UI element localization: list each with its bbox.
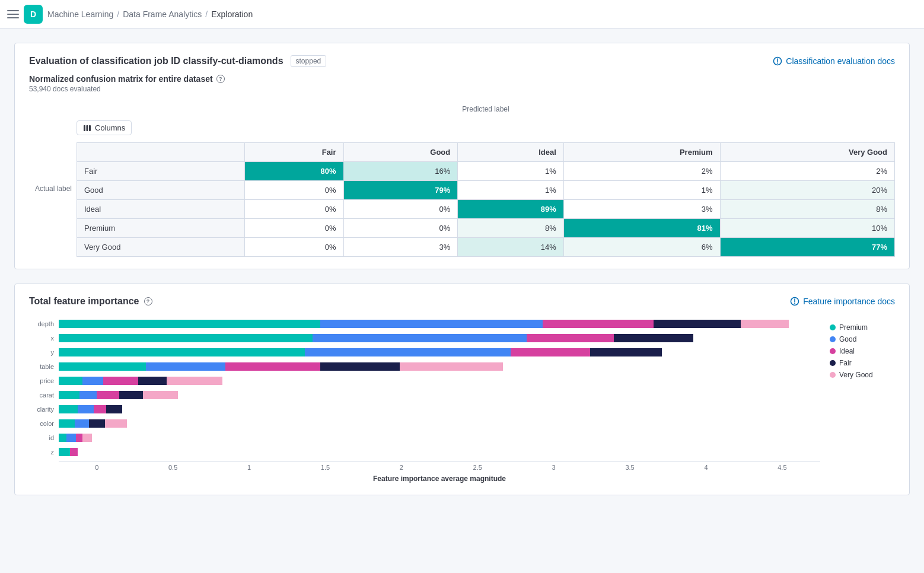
- matrix-cell: 81%: [563, 219, 720, 238]
- bar-track: [59, 391, 820, 399]
- docs-count: 53,940 docs evaluated: [29, 85, 895, 93]
- matrix-row-label: Premium: [77, 219, 245, 238]
- matrix-header-empty: [77, 143, 245, 162]
- bar-segment: [654, 320, 741, 328]
- legend-label: Fair: [839, 359, 852, 367]
- bar-segment: [70, 448, 78, 456]
- matrix-cell: 0%: [244, 219, 343, 238]
- app-logo: D: [24, 5, 43, 24]
- table-row: Very Good0%3%14%6%77%: [77, 238, 895, 257]
- matrix-help-icon[interactable]: ?: [216, 75, 225, 83]
- bar-chart: depthxytablepricecaratclaritycoloridz: [29, 319, 820, 457]
- matrix-cell: 8%: [458, 219, 564, 238]
- confusion-matrix-table: Fair Good Ideal Premium Very Good Fair80…: [77, 142, 895, 257]
- matrix-header-fair: Fair: [244, 143, 343, 162]
- bar-row: x: [29, 333, 820, 343]
- matrix-cell: 10%: [720, 219, 894, 238]
- columns-icon: [83, 124, 91, 132]
- bar-segment: [543, 320, 654, 328]
- bar-track: [59, 320, 820, 328]
- matrix-header-ideal: Ideal: [458, 143, 564, 162]
- bar-segment: [320, 362, 400, 371]
- confusion-matrix-container: Predicted label Actual label Columns: [29, 103, 895, 257]
- bar-segment: [59, 348, 305, 356]
- bar-track: [59, 377, 820, 385]
- x-tick: 4: [668, 464, 744, 471]
- evaluation-title-group: Evaluation of classification job ID clas…: [29, 55, 326, 67]
- evaluation-header: Evaluation of classification job ID clas…: [29, 55, 895, 67]
- bar-row: id: [29, 432, 820, 443]
- bar-label: y: [29, 349, 59, 356]
- bar-segment: [59, 419, 75, 428]
- svg-rect-2: [87, 125, 88, 131]
- x-tick: 0.5: [135, 464, 211, 471]
- bar-row: carat: [29, 390, 820, 400]
- bar-segment: [313, 334, 527, 342]
- breadcrumb-machine-learning[interactable]: Machine Learning: [47, 9, 113, 19]
- matrix-cell: 79%: [343, 181, 458, 200]
- bar-segment: [106, 405, 122, 413]
- bar-track: [59, 348, 820, 356]
- bar-segment: [82, 377, 103, 385]
- columns-button[interactable]: Columns: [77, 120, 132, 135]
- matrix-cell: 1%: [563, 181, 720, 200]
- legend-item: Premium: [830, 323, 895, 332]
- x-axis-ticks: 00.511.522.533.544.5: [59, 461, 820, 471]
- bar-segment: [89, 419, 105, 428]
- bar-segment: [66, 434, 76, 442]
- table-row: Fair80%16%1%2%2%: [77, 162, 895, 181]
- bar-label: price: [29, 377, 59, 384]
- breadcrumb-data-frame-analytics[interactable]: Data Frame Analytics: [123, 9, 202, 19]
- feature-importance-docs-link[interactable]: Feature importance docs: [790, 297, 895, 306]
- matrix-cell: 2%: [720, 162, 894, 181]
- matrix-cell: 14%: [458, 238, 564, 257]
- bar-segment: [511, 348, 590, 356]
- matrix-cell: 0%: [343, 200, 458, 219]
- matrix-row-label: Good: [77, 181, 245, 200]
- matrix-header-good: Good: [343, 143, 458, 162]
- x-tick: 3: [515, 464, 591, 471]
- bar-row: table: [29, 361, 820, 372]
- legend-label: Very Good: [839, 371, 873, 379]
- bar-segment: [97, 391, 119, 399]
- bar-segment: [59, 320, 320, 328]
- breadcrumb: Machine Learning / Data Frame Analytics …: [47, 9, 253, 19]
- fi-help-icon[interactable]: ?: [144, 297, 152, 305]
- fi-title-text: Total feature importance: [29, 296, 139, 307]
- status-badge: stopped: [291, 55, 327, 67]
- matrix-cell: 1%: [458, 162, 564, 181]
- bar-track: [59, 448, 820, 456]
- bar-segment: [143, 391, 178, 399]
- docs-link-icon: [773, 56, 782, 66]
- bar-segment: [78, 405, 94, 413]
- feature-importance-header: Total feature importance ? Feature impor…: [29, 296, 895, 307]
- x-tick: 1.5: [287, 464, 363, 471]
- matrix-cell: 0%: [244, 200, 343, 219]
- bar-label: carat: [29, 391, 59, 399]
- matrix-row-label: Fair: [77, 162, 245, 181]
- table-row: Premium0%0%8%81%10%: [77, 219, 895, 238]
- bar-label: clarity: [29, 406, 59, 413]
- bar-label: id: [29, 434, 59, 441]
- x-tick: 0: [59, 464, 135, 471]
- x-tick: 4.5: [744, 464, 820, 471]
- bar-track: [59, 434, 820, 442]
- legend-item: Ideal: [830, 347, 895, 355]
- classification-docs-link[interactable]: Classification evaluation docs: [773, 56, 895, 66]
- bar-segment: [76, 434, 82, 442]
- x-tick: 2.5: [439, 464, 515, 471]
- x-tick: 1: [211, 464, 287, 471]
- bar-segment: [103, 377, 138, 385]
- menu-icon[interactable]: [7, 8, 19, 20]
- bar-segment: [59, 362, 146, 371]
- legend-label: Ideal: [839, 347, 855, 355]
- chart-area: depthxytablepricecaratclaritycoloridz 00…: [29, 319, 895, 483]
- bar-track: [59, 405, 820, 413]
- fi-title-group: Total feature importance ?: [29, 296, 152, 307]
- breadcrumb-separator-2: /: [205, 9, 208, 19]
- bar-segment: [527, 334, 614, 342]
- matrix-cell: 8%: [720, 200, 894, 219]
- fi-docs-icon: [790, 297, 799, 306]
- bar-segment: [741, 320, 788, 328]
- matrix-header-verygood: Very Good: [720, 143, 894, 162]
